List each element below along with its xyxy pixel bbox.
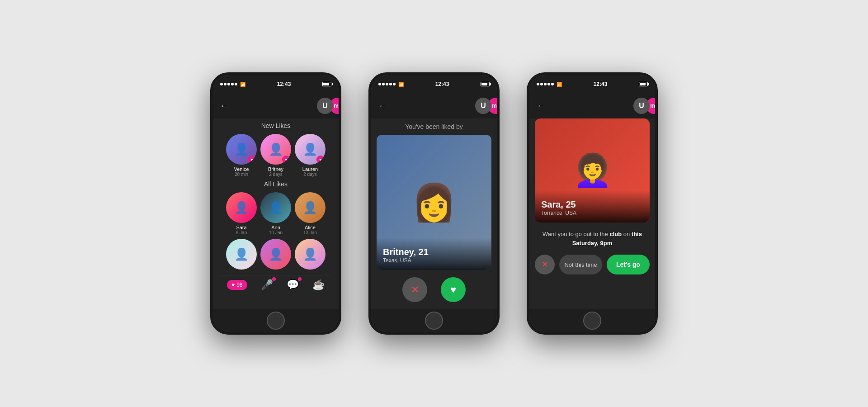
back-button[interactable]: ← [220, 101, 228, 111]
avatar: 👤 [295, 192, 326, 223]
person-icon: 👤 [260, 239, 291, 270]
back-button[interactable]: ← [537, 101, 545, 111]
list-item[interactable]: 👤 ♥ Lauren 2 days [295, 134, 326, 177]
logo: U me [317, 98, 339, 114]
status-bar-1: 📶 12:43 [213, 75, 339, 93]
profile-card[interactable]: 👩 Britney, 21 Texas, USA [377, 135, 491, 270]
heart-badge: ♥ [316, 156, 325, 164]
list-item[interactable]: 👤 [260, 239, 291, 271]
more-likes-grid: 👤 👤 👤 [220, 239, 331, 271]
tab-coffee[interactable]: ☕ [312, 279, 325, 291]
status-bar-2: 📶 12:43 [371, 75, 497, 93]
list-item[interactable]: 👤 Alice 13 Jan [295, 192, 326, 235]
screen-3: ← U me 👩‍🦱 Sara, 25 Torrance, USA [529, 93, 655, 309]
invite-message: Want you to go out to the club on this S… [529, 222, 655, 251]
not-this-time-button[interactable]: Not this time [559, 255, 602, 274]
avatar: 👤 ♥ [226, 134, 257, 165]
phone-chin [529, 309, 655, 332]
battery-icon [639, 82, 648, 86]
tab-chat[interactable]: 💬 [287, 279, 299, 291]
new-likes-grid: 👤 ♥ Venice 20 min 👤 ♥ Britney 2 days [220, 134, 331, 177]
battery-area [481, 82, 490, 86]
logo-u: U [633, 98, 650, 114]
back-button[interactable]: ← [378, 101, 387, 111]
battery-area [322, 82, 331, 86]
notification-badge [272, 277, 276, 281]
list-item[interactable]: 👤 Ann 10 Jan [260, 192, 291, 235]
user-name: Ann [271, 225, 280, 230]
tab-likes[interactable]: ♥ 98 [227, 280, 247, 290]
phone-chin [213, 309, 339, 332]
heart-badge: ♥ [282, 156, 290, 164]
list-item[interactable]: 👤 ♥ Venice 20 min [226, 134, 257, 177]
home-button[interactable] [583, 312, 601, 330]
signal-area: 📶 [378, 82, 404, 87]
invite-profile-location: Torrance, USA [541, 210, 643, 216]
message-middle: on [622, 231, 632, 237]
battery-fill [640, 83, 646, 85]
home-button[interactable] [267, 312, 285, 330]
wifi-icon: 📶 [398, 82, 404, 87]
clock: 12:43 [435, 81, 449, 87]
likes-screen: New Likes 👤 ♥ Venice 20 min 👤 ♥ [213, 118, 339, 298]
clock: 12:43 [277, 81, 291, 87]
header-3: ← U me [529, 93, 655, 118]
logo: U me [475, 98, 497, 114]
liked-by-title: You've been liked by [371, 118, 497, 135]
list-item[interactable]: 👤 ♥ Britney 2 days [260, 134, 291, 177]
message-highlight-club: club [609, 231, 622, 237]
heart-badge: ♥ [248, 156, 256, 164]
user-name: Lauren [302, 166, 318, 172]
signal-dot [393, 83, 396, 85]
status-bar-3: 📶 12:43 [529, 75, 655, 93]
lets-go-button[interactable]: Let's go [607, 255, 650, 274]
liked-by-screen: You've been liked by 👩 Britney, 21 Texas… [371, 118, 497, 309]
signal-dot [378, 83, 381, 85]
notification-badge [298, 277, 302, 281]
user-name: Venice [234, 166, 249, 172]
profile-location: Texas, USA [383, 257, 485, 264]
phone-1: 📶 12:43 ← U me New Likes [210, 72, 341, 335]
signal-dots [537, 83, 554, 85]
person-icon: 👤 [295, 239, 326, 270]
signal-dot [220, 83, 223, 85]
tab-mic[interactable]: 🎤 [261, 279, 273, 291]
message-prefix: Want you to go out to the [542, 231, 609, 237]
battery-icon [481, 82, 490, 86]
clock: 12:43 [594, 81, 608, 87]
signal-dot [224, 83, 226, 85]
phone-chin [371, 309, 497, 332]
user-name: Alice [305, 225, 316, 230]
battery-area [639, 82, 648, 86]
signal-dot [540, 83, 543, 85]
list-item[interactable]: 👤 [226, 239, 257, 271]
list-item[interactable]: 👤 [295, 239, 326, 271]
signal-dot [386, 83, 388, 85]
count-value: 98 [236, 282, 242, 288]
phone-2: 📶 12:43 ← U me You've been liked by [368, 72, 500, 335]
invite-profile-info: Sara, 25 Torrance, USA [535, 190, 650, 222]
home-button[interactable] [425, 312, 443, 330]
user-time: 20 min [235, 172, 248, 177]
dislike-button[interactable]: ✕ [402, 277, 427, 302]
avatar: 👤 [295, 239, 326, 270]
user-time: 10 Jan [269, 230, 283, 235]
bottom-tabs: ♥ 98 🎤 💬 ☕ [220, 275, 331, 294]
signal-dot [547, 83, 550, 85]
likes-count[interactable]: ♥ 98 [227, 280, 247, 290]
invite-profile-card[interactable]: 👩‍🦱 Sara, 25 Torrance, USA [535, 118, 650, 222]
avatar: 👤 [260, 192, 291, 223]
avatar: 👤 [226, 239, 257, 270]
signal-dot [389, 83, 392, 85]
avatar: 👤 ♥ [260, 134, 291, 165]
battery-icon [322, 82, 331, 86]
all-likes-title: All Likes [220, 180, 331, 188]
person-icon: 👤 [260, 192, 291, 223]
like-button[interactable]: ♥ [441, 277, 466, 302]
signal-dots [378, 83, 396, 85]
signal-area: 📶 [220, 82, 245, 87]
list-item[interactable]: 👤 Sara 8 Jan [226, 192, 257, 235]
user-time: 2 days [303, 172, 316, 177]
decline-icon-button[interactable]: ✕ [535, 255, 555, 274]
avatar: 👤 [226, 192, 257, 223]
